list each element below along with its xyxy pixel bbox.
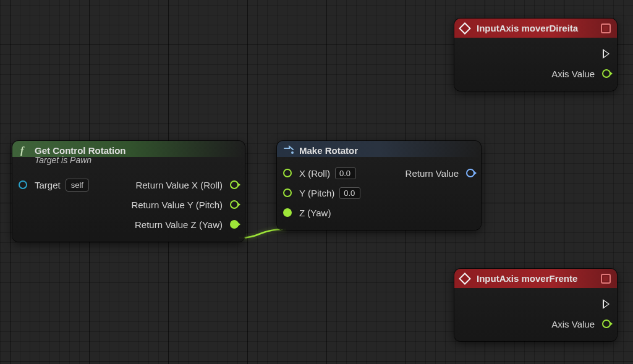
node-subtitle: Target is Pawn [12, 155, 245, 169]
pin-return-x-out[interactable] [230, 180, 239, 189]
node-title: InputAxis moverDireita [477, 23, 578, 33]
node-header[interactable]: InputAxis moverFrente [454, 269, 617, 288]
input-x-value[interactable]: 0.0 [335, 167, 356, 179]
blueprint-graph-viewport[interactable]: f Get Control Rotation Target is Pawn Ta… [0, 0, 633, 364]
svg-text:f: f [20, 145, 25, 156]
node-title: Get Control Rotation [35, 145, 125, 156]
event-diamond-icon [459, 273, 471, 285]
function-icon: f [19, 145, 30, 156]
node-inputaxis-moverdireita[interactable]: InputAxis moverDireita Axis Value [454, 19, 617, 91]
pin-z-in[interactable] [283, 208, 292, 217]
svg-point-1 [291, 151, 294, 154]
pin-label-x: X (Roll) [299, 168, 330, 179]
pin-return-y-out[interactable] [230, 200, 239, 209]
pin-label-return: Return Value [406, 168, 459, 179]
event-badge-icon [601, 274, 611, 284]
event-badge-icon [601, 23, 611, 33]
pin-label-y: Y (Pitch) [299, 188, 334, 198]
node-title: Make Rotator [299, 145, 358, 156]
pin-y-in[interactable] [283, 188, 292, 197]
pin-return-out[interactable] [466, 169, 475, 177]
pin-label-z: Z (Yaw) [299, 208, 331, 218]
event-diamond-icon [459, 22, 471, 35]
node-header[interactable]: Make Rotator [277, 141, 481, 157]
pin-label-target: Target [35, 180, 61, 190]
pin-x-in[interactable] [283, 169, 292, 177]
pin-target-in[interactable] [19, 180, 27, 189]
node-title: InputAxis moverFrente [477, 273, 577, 284]
node-header[interactable]: InputAxis moverDireita [454, 19, 617, 38]
node-inputaxis-moverfrente[interactable]: InputAxis moverFrente Axis Value [454, 269, 617, 341]
target-default-chip[interactable]: self [66, 179, 89, 192]
node-get-control-rotation[interactable]: f Get Control Rotation Target is Pawn Ta… [12, 141, 245, 242]
pin-exec-out[interactable] [603, 49, 610, 59]
pin-label-axis: Axis Value [551, 319, 595, 329]
pin-exec-out[interactable] [603, 299, 610, 309]
input-y-value[interactable]: 0.0 [339, 187, 360, 199]
pin-return-z-out[interactable] [230, 220, 239, 229]
convert-icon [283, 145, 294, 156]
pin-label-out-z: Return Value Z (Yaw) [135, 219, 223, 230]
pin-axis-value-out[interactable] [602, 320, 611, 328]
pin-label-out-x: Return Value X (Roll) [135, 180, 223, 190]
node-make-rotator[interactable]: Make Rotator X (Roll) 0.0 Return Value Y… [277, 141, 481, 230]
pin-axis-value-out[interactable] [602, 69, 611, 78]
pin-label-axis: Axis Value [551, 69, 595, 79]
pin-label-out-y: Return Value Y (Pitch) [131, 200, 223, 210]
